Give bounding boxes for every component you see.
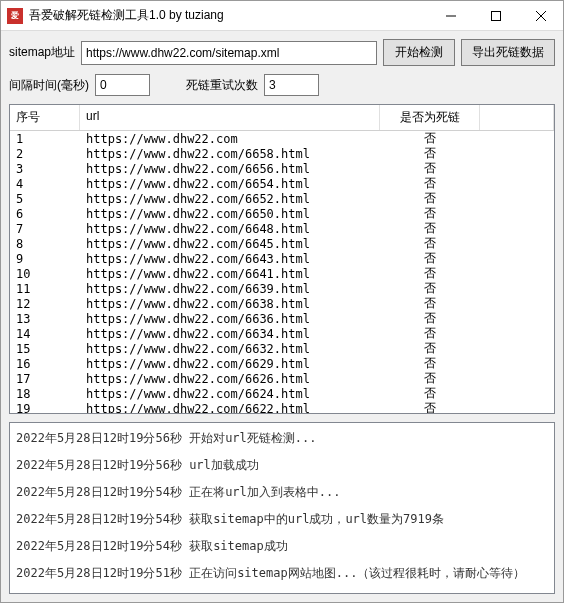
sitemap-row: sitemap地址 开始检测 导出死链数据 [9,39,555,66]
cell-url: https://www.dhw22.com/6632.html [80,342,380,356]
maximize-button[interactable] [473,1,518,30]
cell-index: 9 [10,252,80,266]
table-row[interactable]: 9https://www.dhw22.com/6643.html否 [10,251,554,266]
cell-url: https://www.dhw22.com/6656.html [80,162,380,176]
cell-index: 11 [10,282,80,296]
cell-url: https://www.dhw22.com/6654.html [80,177,380,191]
app-window: 爱 吾爱破解死链检测工具1.0 by tuziang sitemap地址 开始检… [0,0,564,603]
log-line: 2022年5月28日12时19分54秒 正在将url加入到表格中... [16,479,548,506]
table-row[interactable]: 14https://www.dhw22.com/6634.html否 [10,326,554,341]
cell-index: 7 [10,222,80,236]
cell-url: https://www.dhw22.com/6634.html [80,327,380,341]
cell-url: https://www.dhw22.com/6624.html [80,387,380,401]
window-title: 吾爱破解死链检测工具1.0 by tuziang [29,7,428,24]
cell-index: 16 [10,357,80,371]
cell-index: 6 [10,207,80,221]
cell-url: https://www.dhw22.com/6641.html [80,267,380,281]
cell-index: 12 [10,297,80,311]
results-table: 序号 url 是否为死链 1https://www.dhw22.com否2htt… [9,104,555,414]
cell-index: 15 [10,342,80,356]
header-index[interactable]: 序号 [10,105,80,130]
content-area: sitemap地址 开始检测 导出死链数据 间隔时间(毫秒) 死链重试次数 序号… [1,31,563,602]
cell-url: https://www.dhw22.com/6643.html [80,252,380,266]
log-line: 2022年5月28日12时19分54秒 获取sitemap中的url成功，url… [16,506,548,533]
cell-index: 14 [10,327,80,341]
cell-index: 2 [10,147,80,161]
cell-dead: 否 [380,400,480,413]
cell-url: https://www.dhw22.com/6636.html [80,312,380,326]
cell-url: https://www.dhw22.com/6645.html [80,237,380,251]
table-row[interactable]: 16https://www.dhw22.com/6629.html否 [10,356,554,371]
table-row[interactable]: 10https://www.dhw22.com/6641.html否 [10,266,554,281]
table-row[interactable]: 5https://www.dhw22.com/6652.html否 [10,191,554,206]
retry-label: 死链重试次数 [186,77,258,94]
cell-url: https://www.dhw22.com/6639.html [80,282,380,296]
cell-url: https://www.dhw22.com/6658.html [80,147,380,161]
cell-url: https://www.dhw22.com/6648.html [80,222,380,236]
cell-index: 4 [10,177,80,191]
export-button[interactable]: 导出死链数据 [461,39,555,66]
table-header: 序号 url 是否为死链 [10,105,554,131]
cell-index: 5 [10,192,80,206]
table-row[interactable]: 18https://www.dhw22.com/6624.html否 [10,386,554,401]
cell-index: 10 [10,267,80,281]
cell-index: 18 [10,387,80,401]
table-row[interactable]: 19https://www.dhw22.com/6622.html否 [10,401,554,413]
svg-rect-1 [491,11,500,20]
sitemap-label: sitemap地址 [9,44,75,61]
table-body[interactable]: 1https://www.dhw22.com否2https://www.dhw2… [10,131,554,413]
log-panel[interactable]: 2022年5月28日12时19分56秒 开始对url死链检测...2022年5月… [9,422,555,594]
options-row: 间隔时间(毫秒) 死链重试次数 [9,74,555,96]
header-spacer [480,105,554,130]
cell-url: https://www.dhw22.com/6638.html [80,297,380,311]
header-dead[interactable]: 是否为死链 [380,105,480,130]
cell-index: 13 [10,312,80,326]
log-line: 2022年5月28日12时19分51秒 正在访问sitemap网站地图...（该… [16,560,548,587]
table-row[interactable]: 13https://www.dhw22.com/6636.html否 [10,311,554,326]
cell-url: https://www.dhw22.com/6626.html [80,372,380,386]
table-row[interactable]: 7https://www.dhw22.com/6648.html否 [10,221,554,236]
cell-url: https://www.dhw22.com/6650.html [80,207,380,221]
table-row[interactable]: 6https://www.dhw22.com/6650.html否 [10,206,554,221]
cell-index: 1 [10,132,80,146]
table-row[interactable]: 3https://www.dhw22.com/6656.html否 [10,161,554,176]
start-button[interactable]: 开始检测 [383,39,455,66]
log-line: 2022年5月28日12时19分56秒 url加载成功 [16,452,548,479]
table-row[interactable]: 4https://www.dhw22.com/6654.html否 [10,176,554,191]
table-row[interactable]: 1https://www.dhw22.com否 [10,131,554,146]
log-line: 2022年5月28日12时19分54秒 获取sitemap成功 [16,533,548,560]
app-icon: 爱 [7,8,23,24]
cell-index: 17 [10,372,80,386]
table-row[interactable]: 17https://www.dhw22.com/6626.html否 [10,371,554,386]
sitemap-url-input[interactable] [81,41,377,65]
window-controls [428,1,563,30]
interval-input[interactable] [95,74,150,96]
cell-url: https://www.dhw22.com [80,132,380,146]
cell-index: 8 [10,237,80,251]
table-row[interactable]: 8https://www.dhw22.com/6645.html否 [10,236,554,251]
retry-input[interactable] [264,74,319,96]
table-row[interactable]: 15https://www.dhw22.com/6632.html否 [10,341,554,356]
cell-index: 3 [10,162,80,176]
table-row[interactable]: 2https://www.dhw22.com/6658.html否 [10,146,554,161]
log-line: 2022年5月28日12时19分56秒 开始对url死链检测... [16,425,548,452]
interval-label: 间隔时间(毫秒) [9,77,89,94]
minimize-button[interactable] [428,1,473,30]
table-row[interactable]: 12https://www.dhw22.com/6638.html否 [10,296,554,311]
cell-url: https://www.dhw22.com/6652.html [80,192,380,206]
cell-url: https://www.dhw22.com/6622.html [80,402,380,414]
table-row[interactable]: 11https://www.dhw22.com/6639.html否 [10,281,554,296]
titlebar: 爱 吾爱破解死链检测工具1.0 by tuziang [1,1,563,31]
cell-index: 19 [10,402,80,414]
close-button[interactable] [518,1,563,30]
cell-url: https://www.dhw22.com/6629.html [80,357,380,371]
header-url[interactable]: url [80,105,380,130]
